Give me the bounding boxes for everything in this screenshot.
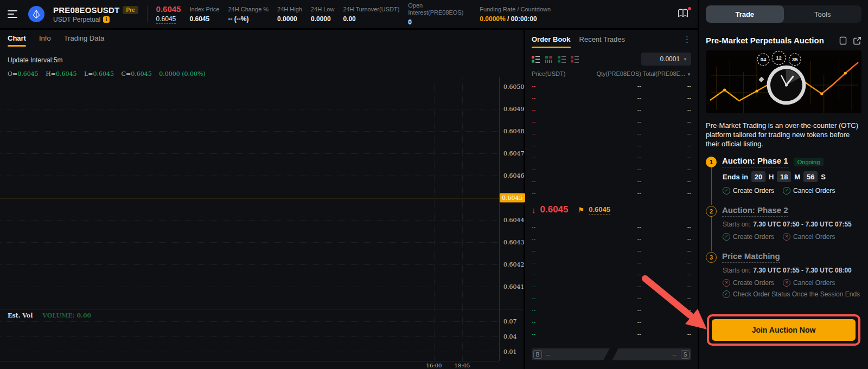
auction-description: Pre-Market Trading is an over-the-counte…	[706, 121, 861, 148]
promo-badge-35: 35	[792, 56, 797, 62]
mark-price[interactable]: 0.6045	[156, 15, 176, 24]
order-book-ask-row[interactable]: ------	[525, 127, 698, 139]
order-book-bid-row[interactable]: ------	[525, 280, 698, 292]
tab-order-book[interactable]: Order Book	[532, 35, 571, 48]
phase-3-number: 3	[706, 252, 717, 263]
phase-2-title[interactable]: Auction: Phase 2	[722, 205, 788, 217]
order-book-ask-row[interactable]: ------	[525, 115, 698, 127]
order-book-bid-row[interactable]: ------	[525, 304, 698, 316]
auction-phase-1: 1 Auction: Phase 1 Ongoing Ends in 20 H …	[706, 156, 861, 205]
order-book-tab-bar: Order Book Recent Trades ⋮	[525, 30, 698, 49]
tab-trade[interactable]: Trade	[706, 5, 784, 23]
funding-separator: /	[506, 15, 511, 23]
ongoing-badge: Ongoing	[794, 158, 824, 166]
stat-index-price: Index Price 0.6045	[189, 6, 219, 23]
price-axis-tick: 0.6047	[503, 150, 525, 157]
promo-badge-04: 04	[761, 56, 767, 62]
price-block: 0.6045 0.6045	[156, 4, 181, 24]
external-link-icon[interactable]	[853, 36, 861, 45]
depth-both-icon[interactable]	[532, 55, 540, 63]
tab-recent-trades[interactable]: Recent Trades	[579, 35, 626, 48]
buy-sell-ratio-bar: B -- -- S	[532, 348, 691, 360]
bids-list: ----------------------------------------…	[525, 221, 698, 340]
notification-dot	[688, 7, 691, 10]
join-auction-button[interactable]: Join Auction Now	[712, 319, 856, 341]
promo-badge-12: 12	[776, 55, 781, 61]
price-axis-line	[499, 77, 500, 361]
auction-phase-2: 2 Auction: Phase 2 Starts on:7.30 UTC 07…	[706, 205, 861, 251]
order-book-ask-row[interactable]: ------	[525, 187, 698, 199]
order-book-ask-row[interactable]: ------	[525, 80, 698, 92]
token-logo	[28, 6, 44, 22]
gridline-horizontal	[0, 131, 499, 132]
est-vol-label[interactable]: Est. Vol	[8, 312, 33, 319]
check-circle-icon: ✓	[783, 187, 790, 195]
depth-chart-icon[interactable]	[545, 55, 553, 63]
kebab-menu-icon[interactable]: ⋮	[683, 35, 691, 43]
current-price-line	[0, 198, 499, 198]
order-book-ask-row[interactable]: ------	[525, 151, 698, 163]
auction-phase-3: 3 Price Matching Starts on:7.30 UTC 07:5…	[706, 251, 861, 300]
phase-1-cancel-orders: ✓Cancel Orders	[783, 187, 835, 195]
gridline-horizontal	[0, 352, 499, 352]
depth-buy-icon[interactable]	[558, 55, 566, 63]
order-book-ask-row[interactable]: ------	[525, 139, 698, 151]
order-book-bid-row[interactable]: ------	[525, 256, 698, 268]
gridline-vertical	[462, 77, 463, 361]
check-circle-icon: ✓	[723, 233, 730, 241]
tick-size-dropdown[interactable]: 0.0001 ▼	[641, 53, 691, 66]
order-book-bid-row[interactable]: ------	[525, 328, 698, 340]
phase-2-schedule: Starts on:7.30 UTC 07:50 - 7.30 UTC 07:5…	[723, 221, 861, 228]
symbol-name: PRE08EOSUSDT	[53, 5, 119, 15]
sell-ratio-value: --	[673, 351, 676, 358]
gridline-vertical	[434, 77, 435, 361]
stat-open-interest: Open Interest(PRE08EOS) 0	[408, 2, 471, 26]
menu-icon[interactable]	[8, 10, 20, 18]
phase-1-create-orders: ✓Create Orders	[723, 187, 774, 195]
tab-chart[interactable]: Chart	[8, 34, 26, 47]
order-book-bid-row[interactable]: ------	[525, 221, 698, 232]
phase-2-number: 2	[706, 206, 717, 217]
phase-3-schedule: Starts on:7.30 UTC 07:55 - 7.30 UTC 08:0…	[723, 267, 861, 274]
order-book-ask-row[interactable]: ------	[525, 103, 698, 115]
order-book-bid-row[interactable]: ------	[525, 268, 698, 280]
phase-1-title[interactable]: Auction: Phase 1	[722, 156, 788, 167]
mark-price-link[interactable]: 0.6045	[589, 205, 610, 215]
price-axis-tick: 0.6050	[503, 83, 525, 90]
contract-doc-icon[interactable]	[839, 36, 847, 45]
tab-tools[interactable]: Tools	[784, 5, 862, 23]
divider	[706, 353, 861, 353]
gridline-horizontal	[0, 153, 499, 154]
cross-circle-icon: ✕	[783, 233, 790, 241]
phase-3-create-orders: ✕Create Orders	[723, 279, 774, 287]
order-book-bid-row[interactable]: ------	[525, 232, 698, 244]
tab-trading-data[interactable]: Trading Data	[64, 34, 105, 47]
phase-3-title[interactable]: Price Matching	[722, 251, 780, 263]
orderbook-guide-icon[interactable]	[677, 8, 690, 20]
order-book-ask-row[interactable]: ------	[525, 175, 698, 187]
order-book-ask-row[interactable]: ------	[525, 163, 698, 175]
symbol-block[interactable]: PRE08EOSUSDT Pre USDT Perpetual i	[53, 5, 138, 23]
tab-info[interactable]: Info	[39, 34, 51, 47]
pre-market-banner-image: 04 12 35	[706, 50, 861, 113]
order-book-bid-row[interactable]: ------	[525, 244, 698, 256]
phase-2-cancel-orders: ✕Cancel Orders	[783, 233, 835, 241]
time-axis-line	[0, 361, 499, 361]
flag-icon: ⚑	[578, 206, 585, 214]
ohlc-readout: O=0.6045 H=0.6045 L=0.6045 C=0.6045 0.00…	[8, 70, 206, 77]
order-book-panel: Order Book Recent Trades ⋮	[525, 30, 698, 369]
order-book-ask-row[interactable]: ------	[525, 92, 698, 103]
info-icon[interactable]: i	[103, 16, 110, 23]
phase-1-countdown: Ends in 20 H 18 M 56 S	[723, 171, 861, 182]
order-book-bid-row[interactable]: ------	[525, 316, 698, 328]
volume-pane-divider[interactable]	[0, 309, 524, 309]
price-axis-tick: 0.6044	[503, 217, 525, 224]
cross-circle-icon: ✕	[783, 279, 790, 287]
order-book-bid-row[interactable]: ------	[525, 292, 698, 304]
gridline-horizontal	[0, 287, 499, 287]
chart-panel: Chart Info Trading Data Update Interval:…	[0, 30, 524, 369]
phase-3-check-status: ✓Check Order Status Once the Session End…	[723, 290, 860, 298]
annotation-highlight-box: Join Auction Now	[707, 314, 860, 346]
mid-last-price[interactable]: 0.6045	[540, 204, 569, 215]
depth-sell-icon[interactable]	[571, 55, 579, 63]
